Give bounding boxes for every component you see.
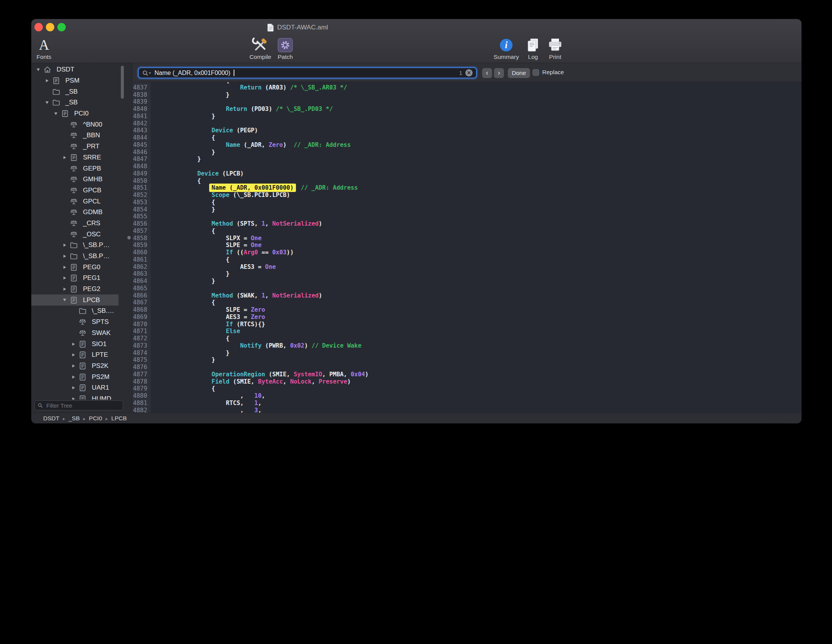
- tree-item-peg1[interactable]: PEG1: [31, 273, 119, 284]
- breadcrumb-item-dsdt[interactable]: DSDT: [43, 415, 59, 422]
- tree-item-prt[interactable]: _PRT: [31, 141, 119, 152]
- line-number: 4879: [132, 385, 151, 392]
- disclosure-right-icon[interactable]: [61, 244, 68, 247]
- disclosure-right-icon[interactable]: [61, 288, 68, 291]
- toolbar-button-summary[interactable]: i Summary: [489, 35, 523, 61]
- line-number: 4850: [132, 177, 151, 185]
- disclosure-right-icon[interactable]: [70, 376, 77, 379]
- tree-item-sbp[interactable]: \_SB.P…: [31, 251, 119, 262]
- line-number: 4860: [132, 249, 151, 256]
- tree-item-gdmb[interactable]: GDMB: [31, 207, 119, 218]
- find-bar: Name (_ADR, 0x001F0000) 1 ✕ ‹ › Done Rep…: [132, 63, 801, 82]
- code-editor[interactable]: 4836 {4837 Return (AR03) /* \_SB_.AR03 *…: [132, 82, 801, 413]
- tree-item-gepb[interactable]: GEPB: [31, 163, 119, 174]
- document-icon: [51, 76, 62, 85]
- search-field[interactable]: Name (_ADR, 0x001F0000) 1 ✕: [138, 67, 477, 78]
- find-next-button[interactable]: ›: [494, 68, 504, 78]
- tree-item-uar1[interactable]: UAR1: [31, 382, 119, 394]
- document-proxy-icon[interactable]: [267, 23, 274, 32]
- tree-item-gmhb[interactable]: GMHB: [31, 174, 119, 185]
- disclosure-right-icon[interactable]: [61, 156, 68, 159]
- tree-item-sbp[interactable]: \_SB.P…: [31, 240, 119, 251]
- tree-item-bn00[interactable]: ^BN00: [31, 119, 119, 130]
- code-line-4862: 4862 AES3 = One: [132, 263, 801, 271]
- tree-item-sio1[interactable]: SIO1: [31, 338, 119, 350]
- disclosure-down-icon[interactable]: [34, 68, 42, 71]
- tree-item-osc[interactable]: _OSC: [31, 229, 119, 240]
- code-line-4851: 4851 Name (_ADR, 0x001F0000) // _ADR: Ad…: [132, 184, 801, 192]
- breadcrumb-item-pci0[interactable]: PCI0: [89, 415, 102, 422]
- sidebar-scrollbar[interactable]: [121, 66, 124, 99]
- disclosure-right-icon[interactable]: [70, 343, 77, 346]
- disclosure-down-icon[interactable]: [61, 299, 68, 301]
- tree-item-srre[interactable]: SRRE: [31, 152, 119, 163]
- line-number: 4863: [132, 270, 151, 278]
- tree-item-ps2k[interactable]: PS2K: [31, 361, 119, 372]
- splitter-handle[interactable]: [127, 236, 131, 239]
- disclosure-right-icon[interactable]: [43, 79, 51, 82]
- tree-item-gpcl[interactable]: GPCL: [31, 196, 119, 207]
- clear-search-icon[interactable]: ✕: [465, 69, 473, 76]
- tree-item-spts[interactable]: SPTS: [31, 317, 119, 328]
- disclosure-down-icon[interactable]: [43, 101, 51, 104]
- tree-item-label: LPTE: [92, 351, 108, 359]
- tree-item-swak[interactable]: SWAK: [31, 328, 119, 339]
- tree-item-bbn[interactable]: _BBN: [31, 130, 119, 141]
- tree-item-crs[interactable]: _CRS: [31, 218, 119, 229]
- toolbar-button-print[interactable]: Print: [542, 35, 569, 61]
- line-number: 4841: [132, 113, 151, 120]
- code-line-4881: 4881 RTCS, 1,: [132, 400, 801, 407]
- tree-item-peg2[interactable]: PEG2: [31, 284, 119, 295]
- toolbar-button-compile[interactable]: Compile: [245, 35, 276, 61]
- disclosure-right-icon[interactable]: [61, 255, 68, 258]
- replace-label: Replace: [542, 69, 564, 76]
- disclosure-right-icon[interactable]: [70, 353, 77, 356]
- breadcrumb-item-lpcb[interactable]: LPCB: [111, 415, 127, 422]
- code-line-4859: 4859 SLPE = One: [132, 242, 801, 249]
- tree-item-dsdt[interactable]: DSDT: [31, 64, 119, 75]
- method-icon: [77, 318, 88, 326]
- tree-item-ps2m[interactable]: PS2M: [31, 371, 119, 382]
- disclosure-right-icon[interactable]: [61, 276, 68, 280]
- zoom-button[interactable]: [57, 23, 66, 31]
- line-number: 4856: [132, 220, 151, 228]
- patch-gear-icon: [277, 35, 294, 53]
- code-line-4871: 4871 Else: [132, 328, 801, 335]
- tree-item-peg0[interactable]: PEG0: [31, 262, 119, 273]
- tree-item-label: _OSC: [83, 231, 101, 238]
- tree-item-label: _BBN: [83, 132, 100, 139]
- tree-item-gpcb[interactable]: GPCB: [31, 185, 119, 196]
- toolbar-button-fonts[interactable]: A Fonts: [31, 35, 57, 61]
- replace-checkbox[interactable]: [533, 69, 539, 76]
- done-button[interactable]: Done: [508, 68, 530, 78]
- tree-item-sb[interactable]: \_SB.…: [31, 306, 119, 317]
- disclosure-down-icon[interactable]: [52, 112, 60, 115]
- code-line-4839: 4839: [132, 98, 801, 106]
- line-number: 4853: [132, 199, 151, 206]
- tree-item-sb[interactable]: _SB: [31, 97, 119, 108]
- search-menu-icon[interactable]: [142, 70, 151, 76]
- tree-item-lpcb[interactable]: LPCB: [31, 294, 119, 306]
- tree-item-lpte[interactable]: LPTE: [31, 350, 119, 361]
- search-input[interactable]: Name (_ADR, 0x001F0000): [154, 70, 230, 76]
- tree-item-label: \_SB.…: [92, 307, 114, 315]
- line-number: 4875: [132, 356, 151, 364]
- filter-tree-input[interactable]: [46, 402, 120, 409]
- disclosure-right-icon[interactable]: [70, 364, 77, 368]
- toolbar-button-patch[interactable]: Patch: [271, 35, 299, 61]
- line-number: 4848: [132, 163, 151, 170]
- find-previous-button[interactable]: ‹: [482, 68, 492, 78]
- tree-item-sb[interactable]: _SB: [31, 86, 119, 97]
- tree-item-pci0[interactable]: PCI0: [31, 108, 119, 119]
- tree-item-humd[interactable]: HUMD: [31, 394, 119, 400]
- breadcrumb-item-sb[interactable]: _SB: [68, 415, 80, 422]
- tree-item-psm[interactable]: PSM: [31, 75, 119, 86]
- disclosure-right-icon[interactable]: [70, 386, 77, 389]
- line-number: 4864: [132, 278, 151, 285]
- line-number: 4876: [132, 364, 151, 371]
- minimize-button[interactable]: [46, 23, 54, 31]
- disclosure-right-icon[interactable]: [70, 397, 77, 400]
- close-button[interactable]: [34, 23, 43, 31]
- compile-tools-icon: [252, 35, 269, 53]
- disclosure-right-icon[interactable]: [61, 266, 68, 269]
